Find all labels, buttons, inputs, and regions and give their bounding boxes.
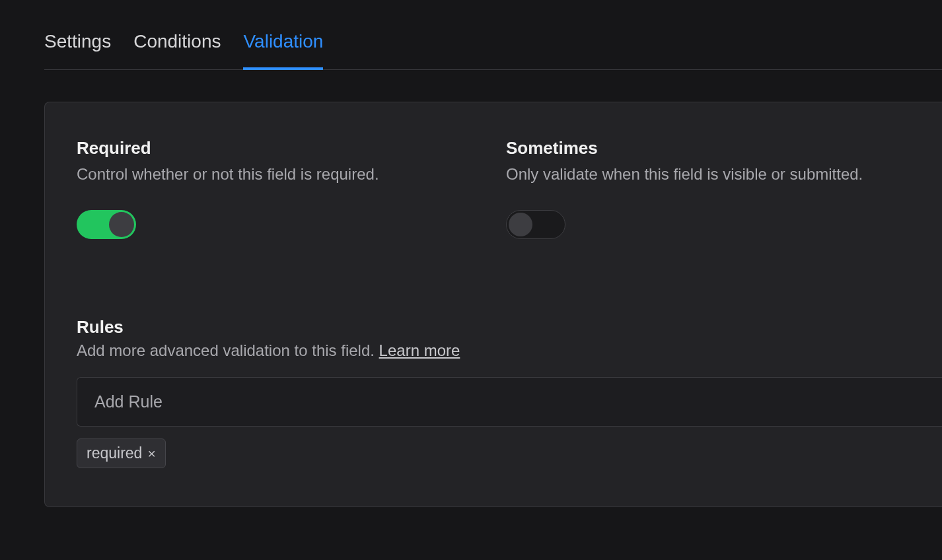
sometimes-desc: Only validate when this field is visible… <box>506 162 914 186</box>
required-title: Required <box>77 138 485 158</box>
tab-settings[interactable]: Settings <box>44 31 111 69</box>
learn-more-link[interactable]: Learn more <box>379 341 460 359</box>
required-desc: Control whether or not this field is req… <box>77 162 485 186</box>
rule-tag: required × <box>77 438 166 468</box>
remove-tag-icon[interactable]: × <box>147 446 155 462</box>
toggle-knob-icon <box>509 213 532 236</box>
tab-validation[interactable]: Validation <box>243 31 323 69</box>
required-section: Required Control whether or not this fie… <box>77 138 485 239</box>
sometimes-section: Sometimes Only validate when this field … <box>506 138 914 239</box>
rule-tags: required × <box>77 438 942 468</box>
rules-desc: Add more advanced validation to this fie… <box>77 341 942 360</box>
tabs-bar: Settings Conditions Validation <box>44 3 942 70</box>
add-rule-input[interactable]: Add Rule <box>77 377 942 427</box>
required-toggle[interactable] <box>77 210 136 239</box>
rules-section: Rules Add more advanced validation to th… <box>77 317 942 468</box>
sometimes-toggle[interactable] <box>506 210 565 239</box>
toggle-knob-icon <box>109 212 134 237</box>
rules-title: Rules <box>77 317 942 337</box>
sometimes-title: Sometimes <box>506 138 914 158</box>
tab-conditions[interactable]: Conditions <box>133 31 221 69</box>
rule-tag-label: required <box>87 444 142 462</box>
rules-desc-text: Add more advanced validation to this fie… <box>77 341 379 359</box>
validation-panel: Required Control whether or not this fie… <box>44 102 942 507</box>
